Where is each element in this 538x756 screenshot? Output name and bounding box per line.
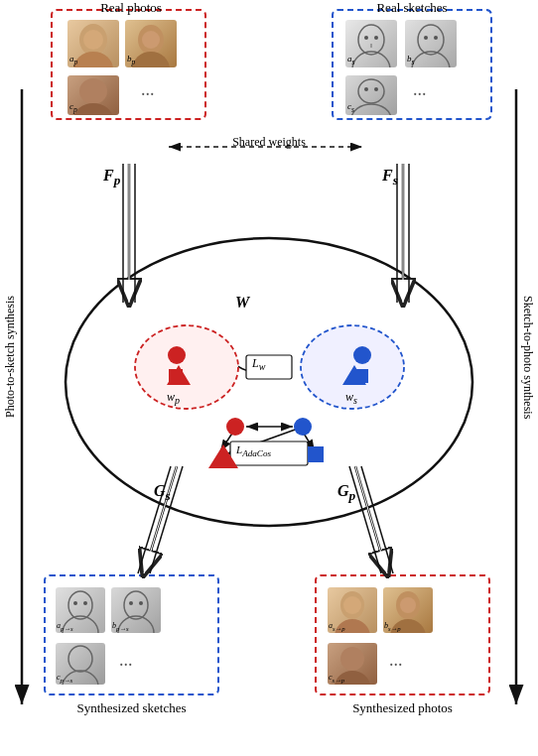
wp-label: wp [167,390,180,406]
svg-point-63 [424,36,428,40]
face-a-p: ap [67,20,119,67]
svg-point-55 [73,103,113,115]
synthesized-sketches-label: Synthesized sketches [45,700,218,716]
svg-line-25 [361,466,393,573]
photo-to-sketch-label: Photo-to-sketch synthesis [2,139,19,575]
gp-label: Gp [337,482,355,504]
shared-weights-label: Shared weights [174,135,364,150]
svg-point-85 [340,647,364,671]
face-b-p: bp [125,20,177,67]
svg-marker-46 [208,444,238,468]
real-sketches-label: Real sketches [333,0,491,16]
face-c-p: cp [67,75,119,115]
svg-point-66 [351,104,391,115]
svg-point-38 [168,346,186,364]
diagram-container: Real photos Real sketches ap bp cp ··· a… [0,0,538,756]
svg-rect-43 [354,369,368,383]
fp-label: Fp [103,167,120,189]
svg-point-4 [66,238,472,526]
svg-point-44 [226,418,244,436]
dots-photos: ··· [141,84,155,105]
gs-label: Gs [154,482,171,504]
svg-rect-47 [308,446,324,462]
face-cp-s: cp→s [56,643,105,685]
svg-point-65 [358,79,384,103]
svg-point-59 [374,36,378,40]
svg-point-73 [124,591,148,619]
w-label: W [235,294,249,312]
svg-point-54 [79,78,107,104]
svg-marker-42 [342,365,366,385]
svg-point-50 [83,30,103,50]
svg-point-58 [364,36,368,40]
svg-point-84 [400,597,416,613]
sketch-to-photo-label: Sketch-to-photo synthesis [519,139,536,575]
svg-point-76 [139,601,143,605]
svg-point-53 [142,31,160,49]
face-bp-s: bp→s [111,587,161,633]
lw-label: Lw [252,356,265,372]
face-c-s: cs [345,75,397,115]
svg-point-77 [68,646,92,672]
fs-label: Fs [382,167,398,189]
svg-point-69 [68,591,92,619]
dots-sketches: ··· [413,84,427,105]
svg-point-61 [418,25,444,55]
svg-point-64 [434,36,438,40]
svg-line-30 [220,432,233,451]
face-b-s: bs [405,20,457,67]
ws-label: ws [345,390,357,406]
face-a-s: as [345,20,397,67]
svg-point-68 [374,87,378,91]
face-cs-p: cs→p [328,643,377,685]
dots-synth-photos: ··· [389,655,403,676]
svg-line-22 [355,466,387,573]
svg-point-81 [343,596,361,614]
face-bs-p: bs→p [383,587,433,633]
svg-marker-39 [167,365,191,385]
svg-point-72 [83,601,87,605]
real-photos-label: Real photos [62,0,201,16]
svg-line-32 [235,458,308,461]
svg-point-71 [73,601,77,605]
ladacos-label: LAdaCos [236,443,271,458]
svg-point-49 [73,52,113,67]
synthesized-photos-label: Synthesized photos [316,700,489,716]
face-as-p: as→p [328,587,377,633]
svg-point-56 [358,25,384,55]
svg-point-75 [129,601,133,605]
svg-point-45 [294,418,312,436]
svg-point-34 [135,325,238,409]
svg-line-23 [355,466,387,573]
svg-point-52 [132,52,170,67]
svg-point-67 [364,87,368,91]
svg-rect-40 [169,369,183,383]
svg-point-41 [353,346,371,364]
face-ap-s: ap→s [56,587,105,633]
dots-synth-sketches: ··· [119,655,133,676]
svg-line-31 [303,432,315,451]
